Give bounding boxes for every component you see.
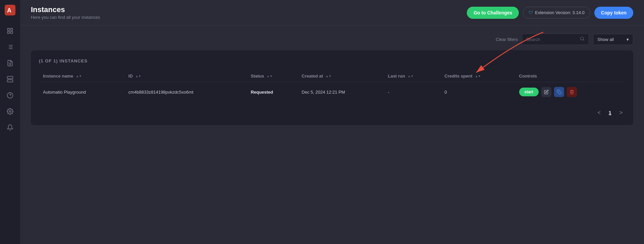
- extension-version-button[interactable]: 🛡 Extension Version: 3.14.0: [523, 7, 590, 18]
- col-credits-spent: Credits spent ▲▼: [441, 70, 515, 82]
- clear-filters-button[interactable]: Clear filters: [496, 37, 518, 42]
- shield-icon: 🛡: [529, 10, 533, 15]
- sidebar-item-list[interactable]: [3, 40, 17, 54]
- delete-button[interactable]: [567, 87, 577, 97]
- svg-point-20: [9, 111, 11, 112]
- col-created-at: Created at ▲▼: [298, 70, 384, 82]
- prev-page-button[interactable]: <: [595, 108, 603, 117]
- sidebar-item-help[interactable]: [3, 89, 17, 102]
- cell-credits-spent: 0: [441, 82, 515, 102]
- page-title: Instances: [31, 5, 467, 14]
- col-id: ID ▲▼: [125, 70, 247, 82]
- svg-line-23: [583, 40, 584, 41]
- col-controls: Controls: [515, 70, 625, 82]
- instances-table: Instance name ▲▼ ID ▲▼ Status ▲▼ Creat: [39, 70, 625, 102]
- sidebar-item-documents[interactable]: [3, 56, 17, 70]
- svg-rect-2: [8, 29, 10, 31]
- cell-instance-name: Automatio Playground: [39, 82, 125, 102]
- sort-icon-id[interactable]: ▲▼: [135, 75, 141, 78]
- sort-icon-last-run[interactable]: ▲▼: [408, 75, 414, 78]
- instances-count: (1 OF 1) INSTANCES: [39, 58, 625, 63]
- cell-controls: start: [515, 82, 625, 102]
- status-badge: Requested: [251, 90, 273, 95]
- search-input[interactable]: [526, 37, 577, 42]
- chevron-down-icon: ▾: [627, 37, 629, 42]
- col-last-run: Last run ▲▼: [384, 70, 441, 82]
- start-button[interactable]: start: [519, 88, 539, 96]
- svg-rect-3: [11, 29, 13, 31]
- sidebar-item-settings[interactable]: [3, 105, 17, 118]
- instances-table-container: (1 OF 1) INSTANCES Instance name ▲▼ ID ▲…: [31, 50, 633, 125]
- next-page-button[interactable]: >: [617, 108, 625, 117]
- cell-last-run: -: [384, 82, 441, 102]
- header-title-block: Instances Here you can find all your ins…: [31, 5, 467, 20]
- table-header-row: Instance name ▲▼ ID ▲▼ Status ▲▼ Creat: [39, 70, 625, 82]
- filters-bar: Clear filters Show all ▾: [31, 34, 633, 45]
- sort-icon-status[interactable]: ▲▼: [267, 75, 273, 78]
- copy-button[interactable]: [554, 87, 564, 97]
- svg-rect-15: [7, 80, 13, 82]
- extension-version-label: Extension Version: 3.14.0: [535, 10, 584, 15]
- svg-rect-14: [7, 77, 13, 79]
- svg-text:A: A: [7, 7, 11, 14]
- svg-rect-24: [558, 91, 561, 94]
- sidebar-item-grid[interactable]: [3, 24, 17, 38]
- svg-rect-4: [8, 32, 10, 34]
- page-content: Clear filters Show all ▾ (1 OF 1) INSTAN…: [20, 26, 644, 244]
- current-page: 1: [606, 109, 614, 117]
- page-subtitle: Here you can find all your instances: [31, 15, 467, 20]
- table-row: Automatio Playground cm4b8833z814198pvkz…: [39, 82, 625, 102]
- cell-created-at: Dec 5, 2024 12:21 PM: [298, 82, 384, 102]
- svg-point-22: [581, 37, 584, 40]
- show-all-label: Show all: [597, 37, 614, 42]
- sort-icon-instance-name[interactable]: ▲▼: [76, 75, 82, 78]
- go-to-challenges-button[interactable]: Go to Challenges: [467, 7, 519, 19]
- sidebar-item-server[interactable]: [3, 72, 17, 86]
- col-instance-name: Instance name ▲▼: [39, 70, 125, 82]
- col-status: Status ▲▼: [247, 70, 298, 82]
- show-all-dropdown[interactable]: Show all ▾: [593, 34, 633, 45]
- pagination: < 1 >: [39, 108, 625, 117]
- cell-status: Requested: [247, 82, 298, 102]
- svg-rect-5: [11, 32, 13, 34]
- search-box: [522, 34, 589, 45]
- controls-cell: start: [519, 87, 621, 97]
- cell-id: cm4b8833z814198pvkzdc5xo6mt: [125, 82, 247, 102]
- sidebar-item-notifications[interactable]: [3, 121, 17, 134]
- sort-icon-created-at[interactable]: ▲▼: [326, 75, 332, 78]
- sort-icon-credits-spent[interactable]: ▲▼: [475, 75, 481, 78]
- copy-token-button[interactable]: Copy token: [594, 7, 633, 19]
- header-actions: Go to Challenges 🛡 Extension Version: 3.…: [467, 7, 633, 19]
- main-content: Instances Here you can find all your ins…: [20, 0, 644, 244]
- page-header: Instances Here you can find all your ins…: [20, 0, 644, 26]
- sidebar: A: [0, 0, 20, 244]
- app-logo[interactable]: A: [4, 4, 16, 16]
- search-icon: [580, 36, 585, 42]
- edit-button[interactable]: [541, 87, 551, 97]
